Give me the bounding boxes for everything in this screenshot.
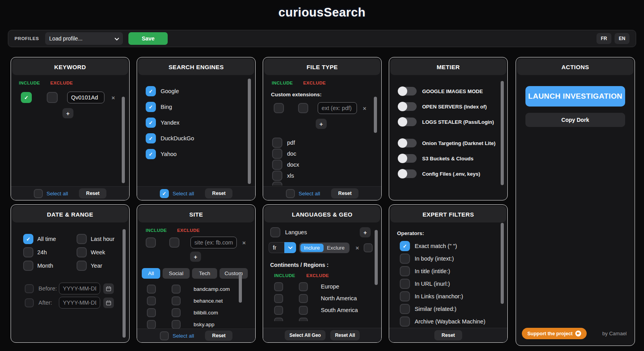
language-row-checkbox[interactable]: [364, 243, 373, 252]
region-exclude-checkbox[interactable]: [299, 306, 308, 315]
in-url-checkbox[interactable]: [400, 279, 410, 289]
filetype-xls-checkbox[interactable]: [272, 171, 282, 181]
engines-scrollbar[interactable]: [248, 79, 251, 184]
add-language-button[interactable]: +: [360, 227, 371, 237]
site-input[interactable]: [190, 237, 237, 248]
site-row-include-checkbox[interactable]: [147, 308, 156, 317]
keyword-exclude-checkbox[interactable]: [47, 92, 58, 103]
launch-investigation-button[interactable]: LAUNCH INVESTIGATION: [525, 86, 625, 107]
ext-input[interactable]: [318, 102, 357, 114]
expert-scrollbar[interactable]: [501, 223, 504, 304]
region-include-checkbox[interactable]: [274, 318, 283, 322]
site-tab-tech[interactable]: Tech: [192, 268, 217, 279]
site-exclude-checkbox[interactable]: [169, 237, 179, 248]
support-project-button[interactable]: Support the project: [522, 328, 587, 339]
filetype-scrollbar[interactable]: [374, 97, 377, 133]
logs-stealer-toggle[interactable]: [398, 118, 417, 126]
expert-reset-button[interactable]: Reset: [434, 330, 462, 340]
engines-reset-button[interactable]: Reset: [205, 188, 232, 198]
engine-duckduckgo-checkbox[interactable]: ✓: [146, 133, 156, 143]
engine-google-checkbox[interactable]: ✓: [146, 86, 156, 96]
add-ext-button[interactable]: +: [316, 119, 327, 129]
s3-buckets-toggle[interactable]: [398, 154, 417, 163]
keyword-scrollbar[interactable]: [122, 97, 125, 183]
in-links-checkbox[interactable]: [400, 291, 410, 301]
24h-checkbox[interactable]: [23, 247, 33, 257]
filetype-select-all-checkbox[interactable]: [286, 189, 295, 198]
filetype-doc-checkbox[interactable]: [272, 149, 282, 159]
engines-select-all-label[interactable]: Select all: [173, 191, 194, 197]
add-site-button[interactable]: +: [190, 252, 201, 262]
site-list-scrollbar[interactable]: [239, 274, 242, 303]
geo-include-label[interactable]: INCLUDE: [274, 273, 295, 278]
filetype-partial-checkbox[interactable]: [272, 182, 282, 186]
filetype-pdf-checkbox[interactable]: [272, 138, 282, 148]
engine-yandex-checkbox[interactable]: ✓: [146, 118, 156, 128]
all-time-checkbox[interactable]: ✓: [23, 234, 33, 244]
site-tab-social[interactable]: Social: [163, 268, 190, 279]
last-hour-checkbox[interactable]: [77, 234, 87, 244]
filetype-include-label[interactable]: INCLUDE: [272, 81, 293, 85]
after-calendar-button[interactable]: [103, 298, 114, 308]
google-images-mode-toggle[interactable]: [398, 87, 417, 96]
site-row-exclude-checkbox[interactable]: [172, 308, 181, 317]
filetype-select-all-label[interactable]: Select all: [299, 191, 320, 197]
keyword-reset-button[interactable]: Reset: [79, 188, 106, 198]
langgeo-scrollbar[interactable]: [375, 230, 378, 285]
year-checkbox[interactable]: [77, 261, 87, 271]
filetype-docx-checkbox[interactable]: [272, 160, 282, 170]
region-include-checkbox[interactable]: [274, 282, 283, 291]
remove-ext-icon[interactable]: ×: [363, 105, 366, 111]
month-checkbox[interactable]: [23, 261, 33, 271]
keyword-select-all-label[interactable]: Select all: [47, 191, 68, 197]
similar-checkbox[interactable]: [400, 304, 410, 314]
region-include-checkbox[interactable]: [274, 306, 283, 315]
region-exclude-checkbox[interactable]: [299, 282, 308, 291]
add-keyword-button[interactable]: +: [62, 108, 73, 118]
week-checkbox[interactable]: [77, 247, 87, 257]
keyword-include-label[interactable]: INCLUDE: [19, 81, 40, 85]
metier-scrollbar[interactable]: [501, 81, 504, 185]
copy-dork-button[interactable]: Copy Dork: [525, 113, 625, 127]
site-reset-button[interactable]: Reset: [205, 331, 232, 341]
exact-match-checkbox[interactable]: ✓: [400, 241, 410, 251]
region-include-checkbox[interactable]: [274, 294, 283, 303]
archive-checkbox[interactable]: [400, 316, 410, 327]
site-row-exclude-checkbox[interactable]: [172, 320, 181, 329]
lang-fr-button[interactable]: FR: [596, 33, 611, 44]
langues-checkbox[interactable]: [270, 227, 280, 237]
site-select-all-label[interactable]: Select all: [173, 333, 194, 339]
region-exclude-checkbox[interactable]: [299, 294, 308, 303]
save-button[interactable]: Save: [128, 32, 168, 45]
region-exclude-checkbox[interactable]: [299, 318, 308, 322]
engine-yahoo-checkbox[interactable]: ✓: [146, 149, 156, 159]
remove-language-icon[interactable]: ×: [356, 245, 359, 251]
remove-keyword-icon[interactable]: ×: [112, 95, 115, 101]
site-row-exclude-checkbox[interactable]: [172, 285, 181, 294]
reset-all-geo-button[interactable]: Reset All: [330, 330, 360, 340]
engine-bing-checkbox[interactable]: ✓: [146, 102, 156, 112]
geo-exclude-label[interactable]: EXCLUDE: [306, 273, 329, 278]
ext-exclude-checkbox[interactable]: [298, 103, 308, 113]
site-include-label[interactable]: INCLUDE: [146, 228, 167, 233]
config-files-toggle[interactable]: [398, 169, 417, 178]
filetype-reset-button[interactable]: Reset: [331, 188, 359, 198]
after-date-input[interactable]: [59, 297, 100, 309]
site-exclude-label[interactable]: EXCLUDE: [177, 228, 200, 233]
before-calendar-button[interactable]: [103, 283, 114, 294]
site-select-all-checkbox[interactable]: [160, 331, 169, 340]
date-scrollbar[interactable]: [123, 229, 126, 338]
keyword-input[interactable]: [67, 92, 104, 103]
in-body-checkbox[interactable]: [400, 254, 410, 264]
site-row-include-checkbox[interactable]: [147, 285, 156, 294]
site-include-checkbox[interactable]: [146, 237, 156, 248]
exclure-option[interactable]: Exclure: [324, 244, 348, 252]
site-tab-custom[interactable]: Custom: [220, 268, 248, 279]
site-row-include-checkbox[interactable]: [147, 320, 156, 329]
site-row-exclude-checkbox[interactable]: [172, 296, 181, 305]
filetype-exclude-label[interactable]: EXCLUDE: [303, 81, 326, 85]
lang-en-button[interactable]: EN: [615, 33, 629, 44]
remove-site-icon[interactable]: ×: [242, 240, 246, 246]
select-all-geo-button[interactable]: Select All Geo: [285, 330, 326, 340]
open-servers-toggle[interactable]: [398, 102, 417, 111]
